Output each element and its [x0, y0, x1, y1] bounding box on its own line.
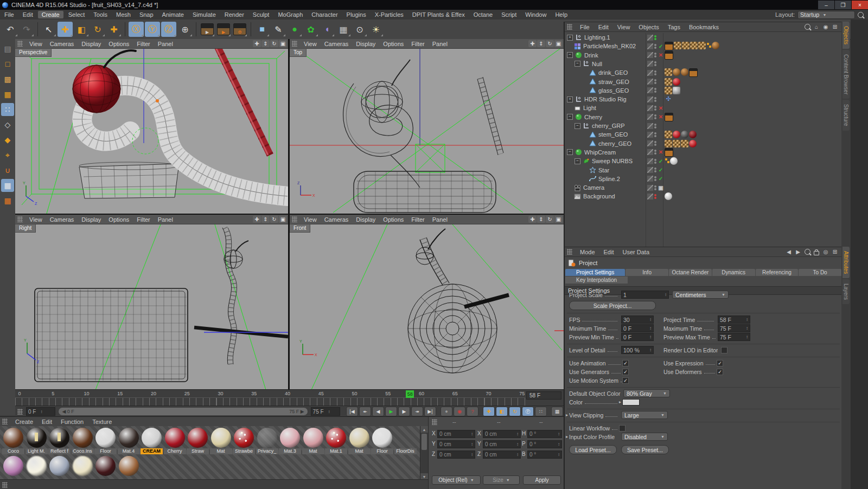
object-row-light[interactable]: Light✕ [565, 104, 842, 112]
visibility-dot[interactable] [654, 55, 656, 57]
object-name[interactable]: Cherry [584, 114, 602, 120]
stepper-icon[interactable]: ↕ [516, 442, 519, 447]
object-row-glass-geo[interactable]: glass_GEO [565, 86, 842, 95]
visibility-dot[interactable] [654, 88, 656, 90]
color-expander-icon[interactable]: ▸ [619, 400, 621, 404]
visibility-dot[interactable] [654, 108, 656, 111]
checker-tag-icon[interactable] [690, 42, 698, 49]
sphere-brown-tag-icon[interactable] [673, 68, 680, 76]
menu-tools[interactable]: Tools [90, 11, 111, 18]
zoom-view-icon[interactable]: ⇕ [537, 216, 545, 223]
viewport-menu-view[interactable]: View [301, 216, 320, 223]
material-item[interactable]: Coco.Ins [72, 427, 94, 454]
material-item[interactable]: Strawbe [233, 427, 255, 454]
zoom-view-icon[interactable]: ⇕ [537, 40, 545, 47]
visibility-dot[interactable] [654, 170, 656, 172]
maximize-view-icon[interactable]: ▣ [554, 40, 563, 47]
visibility-dot[interactable] [654, 91, 656, 93]
sphere-dark-tag-icon[interactable] [681, 131, 688, 138]
viewport-menu-display[interactable]: Display [353, 41, 379, 47]
stepper-icon[interactable]: ↕ [558, 452, 560, 457]
coord-size-combo[interactable]: Size▼ [483, 475, 520, 485]
sphere-white-tag-icon[interactable] [670, 157, 678, 165]
polygons-mode-icon[interactable]: ◆ [1, 133, 14, 146]
visibility-dot[interactable] [654, 159, 656, 161]
material-item[interactable] [94, 455, 117, 480]
object-name[interactable]: Sweep NURBS [592, 158, 633, 164]
visibility-dot[interactable] [654, 144, 656, 146]
history-back-icon[interactable]: ◀ [785, 248, 793, 255]
render-region-icon[interactable]: ▶ [216, 22, 231, 37]
visibility-dots[interactable] [654, 150, 656, 155]
add-mograph-icon[interactable]: ✿ [303, 22, 318, 37]
visibility-dots[interactable] [654, 185, 656, 190]
checker-tag-icon[interactable] [665, 87, 672, 94]
axis-mode-icon[interactable]: ⌖ [1, 149, 14, 162]
object-row-cherry[interactable]: −Cherry✕ [565, 113, 842, 121]
lock-y-icon[interactable]: Ⓨ [145, 22, 160, 37]
linear-workflow-checkbox[interactable] [619, 425, 626, 432]
viewport-menu-options[interactable]: Options [380, 41, 407, 47]
add-floor-icon[interactable]: ▦ [336, 22, 351, 37]
viewport-menu-options[interactable]: Options [105, 216, 132, 223]
menu-octane[interactable]: Octane [470, 11, 496, 18]
visibility-dot[interactable] [654, 64, 656, 66]
visibility-dots[interactable] [654, 168, 656, 172]
next-key-button[interactable]: ↠ [411, 407, 423, 416]
object-row-null[interactable]: −Null [565, 60, 842, 68]
minimum-time-field[interactable]: 0 F↕ [621, 324, 654, 332]
viewport-menu-filter[interactable]: Filter [408, 41, 427, 47]
object-name[interactable]: Light [583, 105, 596, 111]
visibility-dot[interactable] [654, 188, 656, 190]
focus-icon[interactable]: ◎ [822, 248, 829, 255]
keyframe-help-button[interactable]: ? [467, 407, 478, 416]
material-item[interactable]: Privacy_ [256, 427, 278, 454]
collapse-icon[interactable]: − [575, 123, 580, 129]
layer-color-box[interactable] [647, 96, 653, 102]
prev-frame-button[interactable]: ◀ [372, 407, 384, 416]
viewport-menu-cameras[interactable]: Cameras [47, 41, 78, 47]
menu-create[interactable]: Create [38, 11, 63, 18]
tab-dynamics[interactable]: Dynamics [712, 269, 755, 276]
visibility-dot[interactable] [654, 135, 656, 137]
pen-spline-icon[interactable]: ✎ [271, 22, 286, 37]
use-generators-checkbox[interactable]: ✓ [622, 369, 629, 375]
layer-color-box[interactable] [647, 87, 653, 93]
dots-tag-icon[interactable] [706, 42, 711, 49]
checker-tag-icon[interactable] [682, 42, 690, 49]
viewport-menu-display[interactable]: Display [78, 41, 104, 47]
material-item[interactable] [2, 455, 24, 480]
scroll-thumb[interactable] [422, 434, 427, 450]
material-item[interactable]: Reflect f [48, 427, 71, 454]
pan-view-icon[interactable]: ✚ [253, 40, 261, 47]
menu-mograph[interactable]: MoGraph [274, 11, 307, 18]
checker-tag-icon[interactable] [665, 68, 672, 76]
material-menu-function[interactable]: Function [57, 418, 87, 426]
visibility-dots[interactable] [654, 44, 656, 49]
visibility-dots[interactable] [654, 70, 656, 75]
size-field[interactable]: 0 cm↕ [483, 440, 521, 448]
panel-grip[interactable] [17, 216, 23, 222]
input-color-profile-expander-icon[interactable]: ▸ [566, 434, 568, 439]
search-icon[interactable] [858, 12, 864, 18]
viewport-menu-panel[interactable]: Panel [429, 41, 451, 47]
level-of-detail-field[interactable]: 100 %↕ [621, 346, 654, 354]
material-item[interactable]: Mat.4 [118, 427, 140, 454]
save-preset-button[interactable]: Save Preset... [621, 445, 669, 454]
add-cube-icon[interactable]: ■ [254, 22, 270, 37]
object-row-hdr-studio-rig[interactable]: +HDR Studio Rig✣ [565, 95, 842, 104]
material-item[interactable]: Coco [2, 427, 24, 454]
zoom-view-icon[interactable]: ⇕ [261, 40, 270, 47]
sphere-brown-tag-icon[interactable] [712, 42, 719, 49]
material-item[interactable]: Floor [371, 427, 393, 454]
last-tool-icon[interactable]: ✚ [106, 22, 122, 37]
stepper-icon[interactable]: ↕ [558, 442, 560, 447]
object-name[interactable]: cherry_GRP [592, 123, 625, 129]
tab-key-interpolation[interactable]: Key Interpolation [565, 276, 628, 284]
menu-snap[interactable]: Snap [136, 11, 157, 18]
panel-grip[interactable] [2, 419, 8, 424]
scroll-up-icon[interactable]: ▲ [420, 426, 428, 433]
rotation-field[interactable]: 0 °↕ [527, 430, 562, 438]
make-editable-icon[interactable]: ▤ [1, 42, 14, 55]
object-name[interactable]: glass_GEO [598, 87, 629, 94]
